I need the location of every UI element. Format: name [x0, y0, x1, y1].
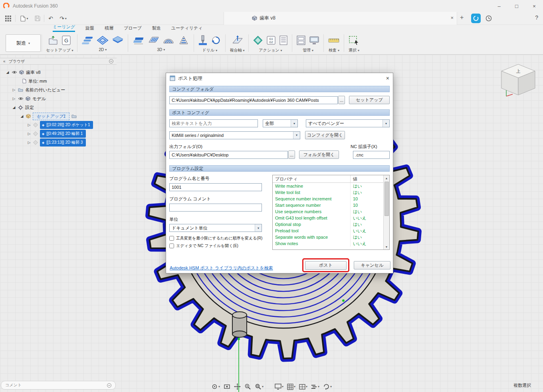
save-button[interactable] [33, 14, 42, 23]
comment-bar[interactable]: コメント [1, 381, 116, 390]
property-row[interactable]: Use sequence numbersはい [273, 208, 389, 215]
minimize-panel-icon[interactable] [107, 383, 111, 388]
ribbon-tab-probe[interactable]: プローブ [124, 25, 142, 32]
redo-button[interactable]: ↷▾ [57, 14, 69, 23]
scroll-thumb[interactable] [384, 182, 389, 216]
nc-extension-input[interactable] [353, 151, 390, 159]
post-button[interactable]: ポスト [305, 261, 347, 270]
browser-operation-row[interactable]: ▷◆[[1:23:13]] 2D 輪郭 3 [0, 138, 117, 147]
app-grid-icon[interactable] [3, 14, 13, 23]
collapse-arrows-icon[interactable]: « [3, 59, 6, 63]
post-search-input[interactable] [169, 119, 258, 127]
display-settings-icon[interactable]: ▾ [275, 384, 283, 390]
post-select-dropdown[interactable]: KitMill series / originalmind [169, 131, 300, 139]
expand-icon[interactable]: ▷ [27, 141, 31, 145]
ribbon-group-label-2d[interactable]: 2D▾ [99, 48, 107, 52]
look-at-icon[interactable] [224, 383, 230, 390]
viewports-icon[interactable]: ▾ [299, 384, 307, 390]
property-row[interactable]: Preload toolいいえ [273, 228, 389, 234]
program-comment-input[interactable] [169, 204, 262, 212]
post-process-icon[interactable]: G1G2 [266, 35, 276, 46]
tree-item-named-views[interactable]: ▷ 名前の付いたビュー [0, 85, 117, 94]
property-row[interactable]: Write tool listはい [273, 189, 389, 196]
setup-label[interactable]: セットアップ1 [33, 113, 69, 120]
tree-item-settings[interactable]: ◢ 設定 [0, 103, 117, 112]
undo-button[interactable]: ↶ [46, 14, 55, 23]
thread-icon[interactable] [211, 35, 221, 46]
ribbon-group-label-multiaxis[interactable]: 複合軸▾ [230, 48, 244, 53]
scroll-down-icon[interactable]: ▼ [385, 244, 388, 249]
setup-sheet-icon[interactable] [279, 35, 288, 46]
2d-contour-icon[interactable] [97, 35, 109, 46]
property-row[interactable]: Start sequence number10 [273, 202, 389, 208]
property-row[interactable]: Sequence number increment10 [273, 196, 389, 202]
ribbon-group-label-3d[interactable]: 3D▾ [157, 48, 165, 52]
machine-library-icon[interactable] [309, 35, 319, 46]
turntable-icon[interactable]: ▾ [323, 383, 332, 390]
dialog-close-icon[interactable]: × [386, 75, 389, 81]
ribbon-group-label-actions[interactable]: アクション▾ [259, 48, 282, 53]
property-row[interactable]: Show notesいいえ [273, 240, 389, 247]
help-button[interactable]: ? [535, 14, 538, 21]
viewcube[interactable]: 上 [494, 59, 542, 99]
unit-dropdown[interactable]: ドキュメント単位 [169, 224, 262, 232]
scroll-up-icon[interactable]: ▲ [385, 175, 388, 181]
drill-icon[interactable] [198, 35, 208, 46]
free-orbit-icon[interactable]: ▾ [211, 383, 220, 390]
simulate-icon[interactable] [253, 35, 263, 46]
ribbon-group-label-manage[interactable]: 管理▾ [303, 48, 313, 53]
ribbon-tab-manufacture[interactable]: 製造 [152, 25, 161, 32]
output-folder-browse-button[interactable]: ... [288, 150, 295, 159]
expand-icon[interactable]: ▷ [27, 132, 31, 136]
manufacture-workspace-button[interactable]: 製造▾ [6, 34, 41, 52]
zoom-icon[interactable] [244, 383, 251, 390]
ribbon-group-label-select[interactable]: 選択▾ [349, 48, 359, 53]
job-status-icon[interactable] [471, 14, 481, 23]
ribbon-group-label-drill[interactable]: ドリル▾ [202, 48, 218, 53]
file-menu-button[interactable]: ▾ [18, 14, 30, 23]
operation-label[interactable]: ◆[[0:49:26]] 2D 輪郭 1 [40, 130, 86, 138]
minimize-button[interactable]: – [490, 0, 508, 12]
open-config-button[interactable]: コンフィグを開く [305, 131, 345, 139]
expand-icon[interactable]: ▷ [12, 88, 16, 92]
3d-spiral-icon[interactable] [178, 35, 190, 46]
multi-axis-icon[interactable] [231, 35, 243, 46]
3d-parallel-icon[interactable] [147, 35, 159, 46]
property-row[interactable]: Separate words with spaceはい [273, 234, 389, 240]
browser-operation-row[interactable]: ▷◆[[0:49:26]] 2D 輪郭 1 [0, 129, 117, 138]
reorder-tools-checkbox[interactable] [169, 236, 174, 241]
measure-icon[interactable] [328, 36, 340, 45]
new-tab-button[interactable]: + [460, 14, 464, 21]
tree-item-setup1[interactable]: ◢ セットアップ1 [0, 112, 117, 121]
expand-icon[interactable]: ◢ [20, 114, 24, 118]
capability-filter-dropdown[interactable]: 全部 [263, 119, 298, 127]
window-zoom-icon[interactable]: ▾ [255, 383, 264, 390]
close-button[interactable]: × [525, 0, 543, 12]
ribbon-tab-milling[interactable]: ミーリング [53, 24, 75, 32]
setup-button[interactable]: セットアップ [349, 96, 390, 104]
ribbon-tab-additive[interactable]: 積層 [105, 25, 113, 32]
grid-settings-icon[interactable]: ▾ [287, 384, 295, 390]
ribbon-group-label-inspect[interactable]: 検査▾ [329, 48, 339, 53]
config-folder-browse-button[interactable]: ... [338, 96, 345, 104]
ribbon-tab-turning[interactable]: 旋盤 [85, 25, 94, 32]
pan-icon[interactable] [234, 383, 241, 390]
new-setup-icon[interactable] [48, 35, 58, 46]
gcode-file-icon[interactable]: G [61, 35, 71, 46]
eye-icon[interactable] [12, 70, 17, 74]
config-folder-input[interactable] [169, 96, 338, 104]
output-folder-input[interactable] [169, 151, 288, 159]
expand-icon[interactable]: ◢ [12, 105, 16, 109]
vendor-filter-dropdown[interactable]: すべてのベンダー [306, 119, 390, 127]
document-tab[interactable]: 歯車 v8 × [224, 12, 457, 25]
ribbon-tab-utilities[interactable]: ユーティリティ [171, 25, 203, 32]
property-row[interactable]: Omit G43 tool length offsetいいえ [273, 215, 389, 221]
program-name-input[interactable] [169, 183, 262, 191]
select-icon[interactable] [348, 35, 359, 46]
operation-label[interactable]: ◆[[3:02:28]] 2D ポケット1 [40, 121, 93, 129]
open-folder-button[interactable]: フォルダを開く [299, 150, 339, 159]
tree-item-units[interactable]: 単位: mm [0, 77, 117, 85]
expand-icon[interactable]: ▷ [12, 97, 16, 101]
3d-contour-icon[interactable] [163, 35, 174, 46]
2d-face-icon[interactable] [112, 35, 124, 46]
